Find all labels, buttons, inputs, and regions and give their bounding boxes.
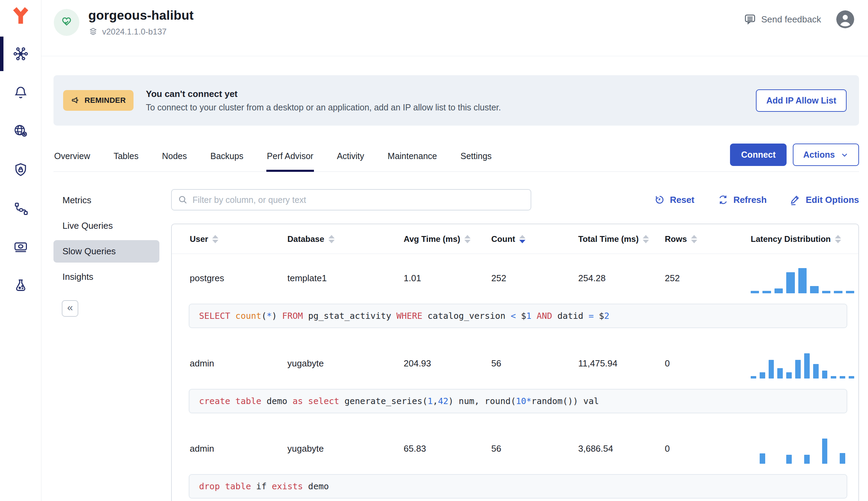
- sort-icon: [328, 235, 335, 243]
- chevron-down-icon: [840, 151, 849, 159]
- globe-gear-icon: [13, 123, 29, 139]
- cell-count: 56: [491, 358, 578, 369]
- flow-icon: [13, 200, 29, 216]
- cell-user: admin: [190, 358, 287, 369]
- cell-database: yugabyte: [287, 358, 404, 369]
- flask-icon: [13, 278, 29, 294]
- sidebar-item-alerts[interactable]: [0, 80, 41, 105]
- refresh-label: Refresh: [733, 195, 767, 205]
- column-header-avg-time[interactable]: Avg Time (ms): [404, 234, 491, 244]
- reminder-badge-label: REMINDER: [85, 96, 126, 105]
- tab-perf-advisor[interactable]: Perf Advisor: [266, 148, 314, 171]
- layers-icon: [88, 27, 98, 37]
- column-header-total-time[interactable]: Total Time (ms): [578, 234, 665, 244]
- latency-histogram: [751, 267, 854, 293]
- billing-icon: [13, 239, 29, 255]
- tab-overview[interactable]: Overview: [53, 148, 91, 171]
- cell-rows: 252: [665, 273, 751, 284]
- sort-icon: [835, 235, 841, 243]
- column-header-rows[interactable]: Rows: [665, 234, 751, 244]
- filter-input[interactable]: [171, 189, 531, 210]
- megaphone-icon: [71, 95, 81, 106]
- subnav-item-live-queries[interactable]: Live Queries: [53, 215, 159, 237]
- column-header-user[interactable]: User: [190, 234, 287, 244]
- refresh-icon: [717, 194, 729, 206]
- cell-user: postgres: [190, 273, 287, 284]
- tab-backups[interactable]: Backups: [210, 148, 244, 171]
- sidebar-item-security[interactable]: [0, 157, 41, 182]
- slow-queries-panel: Reset Refresh: [171, 189, 859, 501]
- cell-rows: 0: [665, 443, 751, 454]
- actions-button[interactable]: Actions: [793, 144, 859, 166]
- tab-maintenance[interactable]: Maintenance: [387, 148, 438, 171]
- cell-user: admin: [190, 443, 287, 454]
- slow-queries-toolbar: Reset Refresh: [171, 189, 859, 210]
- tab-tables[interactable]: Tables: [113, 148, 139, 171]
- reminder-badge: REMINDER: [63, 90, 134, 111]
- collapse-sidebar-button[interactable]: «: [62, 300, 78, 317]
- perf-subnav: Metrics Live Queries Slow Queries Insigh…: [53, 189, 159, 501]
- shield-lock-icon: [13, 162, 29, 178]
- tab-settings[interactable]: Settings: [460, 148, 492, 171]
- cluster-tabs: Overview Tables Nodes Backups Perf Advis…: [53, 148, 492, 171]
- edit-options-button[interactable]: Edit Options: [789, 194, 859, 206]
- cell-count: 56: [491, 443, 578, 454]
- actions-label: Actions: [803, 150, 835, 160]
- subnav-item-insights[interactable]: Insights: [53, 266, 159, 288]
- table-row[interactable]: admin yugabyte 65.83 56 3,686.54 0: [172, 424, 858, 473]
- banner-body: To connect to your cluster from a deskto…: [146, 102, 501, 112]
- active-indicator: [0, 37, 3, 71]
- query-text: drop table if exists demo: [189, 474, 847, 499]
- sidebar-item-labs[interactable]: [0, 273, 41, 298]
- sort-icon-descending: [519, 235, 525, 243]
- header-divider: [41, 56, 868, 56]
- cell-count: 252: [491, 273, 578, 284]
- sidebar-item-clusters[interactable]: [0, 41, 41, 66]
- column-header-latency-distribution[interactable]: Latency Distribution: [751, 234, 855, 244]
- user-avatar[interactable]: [836, 10, 854, 28]
- subnav-item-metrics[interactable]: Metrics: [53, 189, 159, 212]
- cluster-health-icon: [54, 9, 79, 36]
- connect-button[interactable]: Connect: [730, 144, 787, 166]
- column-header-count[interactable]: Count: [491, 234, 578, 244]
- history-icon: [654, 194, 665, 206]
- column-header-database[interactable]: Database: [287, 234, 404, 244]
- reset-label: Reset: [670, 195, 694, 205]
- bell-icon: [13, 85, 29, 100]
- clusters-icon: [13, 46, 29, 62]
- cell-avg-time: 65.83: [404, 443, 491, 454]
- main-area: gorgeous-halibut v2024.1.1.0-b137: [41, 0, 868, 501]
- add-ip-allow-list-button[interactable]: Add IP Allow List: [756, 89, 847, 112]
- cluster-header: gorgeous-halibut v2024.1.1.0-b137: [41, 0, 868, 56]
- sort-icon: [691, 235, 697, 243]
- sidebar-item-integrations[interactable]: [0, 196, 41, 221]
- sidebar-item-billing[interactable]: [0, 235, 41, 259]
- slow-queries-table: User Database Avg Time (ms) Count: [171, 224, 859, 501]
- yugabyte-logo[interactable]: [11, 6, 31, 26]
- feedback-label: Send feedback: [761, 14, 821, 25]
- tab-nodes[interactable]: Nodes: [161, 148, 187, 171]
- subnav-item-slow-queries[interactable]: Slow Queries: [53, 240, 159, 263]
- cell-total-time: 3,686.54: [578, 443, 665, 454]
- sort-icon: [464, 235, 471, 243]
- reminder-banner: REMINDER You can't connect yet To connec…: [53, 75, 859, 126]
- table-row[interactable]: admin yugabyte 204.93 56 11,475.94 0: [172, 339, 858, 387]
- cluster-tabs-row: Overview Tables Nodes Backups Perf Advis…: [53, 144, 859, 172]
- send-feedback-button[interactable]: Send feedback: [743, 13, 821, 26]
- sidebar-icon-nav: [0, 41, 41, 298]
- cell-avg-time: 1.01: [404, 273, 491, 284]
- cell-database: template1: [287, 273, 404, 284]
- table-row[interactable]: postgres template1 1.01 252 254.28 252: [172, 254, 858, 302]
- sidebar-item-network[interactable]: [0, 119, 41, 144]
- pencil-icon: [789, 194, 801, 206]
- query-text: SELECT count(*) FROM pg_stat_activity WH…: [189, 304, 847, 328]
- cell-total-time: 254.28: [578, 273, 665, 284]
- query-text: create table demo as select generate_ser…: [189, 389, 847, 413]
- cell-avg-time: 204.93: [404, 358, 491, 369]
- reset-button[interactable]: Reset: [654, 194, 694, 206]
- refresh-button[interactable]: Refresh: [717, 194, 767, 206]
- tab-activity[interactable]: Activity: [336, 148, 365, 171]
- version-label: v2024.1.1.0-b137: [102, 27, 167, 37]
- page-title: gorgeous-halibut: [88, 8, 194, 23]
- banner-title: You can't connect yet: [146, 89, 501, 99]
